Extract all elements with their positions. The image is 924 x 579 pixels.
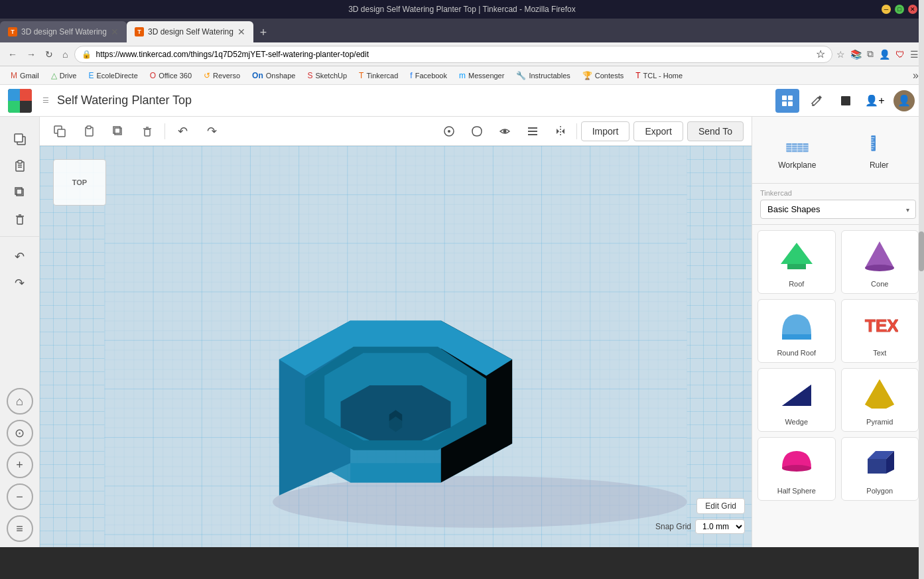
svg-point-38: [273, 476, 687, 528]
more-icon[interactable]: ☰: [910, 49, 919, 60]
maximize-button[interactable]: □: [895, 5, 904, 14]
url-input[interactable]: [96, 50, 812, 59]
3d-object-svg: [40, 146, 752, 547]
shape-half-sphere[interactable]: Half Sphere: [758, 437, 836, 501]
redo-button[interactable]: ↷: [8, 271, 32, 295]
bookmark-tcl[interactable]: T TCL - Home: [630, 70, 688, 82]
h-undo-button[interactable]: ↶: [170, 119, 194, 143]
account-icon[interactable]: 👤: [879, 49, 890, 60]
bookmark-facebook[interactable]: f Facebook: [405, 70, 452, 82]
export-button[interactable]: Export: [633, 121, 683, 141]
bookmark-onshape[interactable]: On Onshape: [247, 70, 300, 82]
layers-button[interactable]: ≡: [7, 515, 33, 542]
h-dup-button[interactable]: [106, 119, 130, 143]
bookmarks-more-button[interactable]: »: [913, 70, 919, 82]
bookmark-contests[interactable]: 🏆 Contests: [577, 70, 629, 82]
svg-marker-74: [865, 379, 894, 409]
h-copy-button[interactable]: [48, 119, 72, 143]
svg-marker-34: [562, 129, 564, 134]
undo-button[interactable]: ↶: [8, 245, 32, 269]
fit-view-button[interactable]: ⊙: [7, 420, 33, 446]
edit-button[interactable]: [805, 89, 828, 113]
close-button[interactable]: ✕: [908, 5, 917, 14]
h-redo-button[interactable]: ↷: [200, 119, 224, 143]
drive-icon: △: [51, 71, 57, 80]
shape-roof[interactable]: Roof: [758, 230, 836, 294]
app-menu-icon[interactable]: ☰: [42, 96, 49, 105]
new-tab-button[interactable]: +: [253, 23, 273, 42]
bookmark-instructables[interactable]: 🔧 Instructables: [511, 70, 575, 82]
h-paste-button[interactable]: [77, 119, 101, 143]
shape-polygon[interactable]: Polygon: [841, 437, 919, 501]
scrollbar-right[interactable]: [919, 0, 924, 579]
books-icon[interactable]: 📚: [850, 49, 862, 60]
home-view-button[interactable]: ⌂: [7, 388, 33, 415]
viewport[interactable]: TOP ❯ Edit Grid Snap Grid 1.0 mm 0.5 mm …: [40, 146, 752, 547]
star-icon[interactable]: ☆: [836, 49, 845, 60]
box-icon: [839, 94, 852, 107]
shape-text[interactable]: TEXT Text: [841, 299, 919, 363]
scrollbar-thumb[interactable]: [919, 231, 924, 271]
h-del-button[interactable]: [135, 119, 159, 143]
bookmark-ecoledirecte[interactable]: E EcoleDirecte: [83, 70, 143, 82]
send-to-button[interactable]: Send To: [687, 121, 744, 141]
zoom-in-button[interactable]: +: [7, 452, 33, 478]
shape-cone[interactable]: Cone: [841, 230, 919, 294]
box-button[interactable]: [834, 89, 858, 113]
ruler-button[interactable]: Ruler: [842, 125, 917, 175]
bookmark-reverso[interactable]: ↺ Reverso: [198, 70, 245, 82]
top-label: TOP: [72, 178, 87, 186]
bookmark-sketchup[interactable]: S SketchUp: [302, 70, 352, 82]
shape-pyramid[interactable]: Pyramid: [841, 368, 919, 432]
bookmark-icon[interactable]: ☆: [816, 48, 825, 60]
snap-grid-select[interactable]: 1.0 mm 0.5 mm 2.0 mm: [695, 519, 745, 534]
workplane-button[interactable]: Workplane: [760, 125, 834, 175]
window-title: 3D design Self Watering Planter Top | Ti…: [348, 5, 576, 14]
copy-button[interactable]: [8, 127, 32, 151]
shape-wedge[interactable]: Wedge: [758, 368, 836, 432]
back-button[interactable]: ←: [5, 46, 20, 62]
tab-1[interactable]: T 3D design Self Watering ✕: [0, 21, 127, 42]
tool-mirror[interactable]: [549, 119, 572, 143]
right-tools: Import Export Send To: [437, 119, 744, 143]
tab-1-close[interactable]: ✕: [111, 27, 119, 37]
tab-2[interactable]: T 3D design Self Watering ✕: [127, 21, 253, 42]
bookmark-drive[interactable]: △ Drive: [46, 70, 82, 82]
reload-button[interactable]: ↻: [42, 46, 56, 62]
eye-icon: [498, 125, 511, 138]
svg-point-68: [865, 265, 894, 271]
tab-2-close[interactable]: ✕: [237, 27, 245, 37]
paste-button[interactable]: [8, 154, 32, 178]
cone-label: Cone: [871, 280, 888, 288]
avatar[interactable]: 👤: [892, 89, 916, 113]
tool-marker[interactable]: [437, 119, 461, 143]
sketchup-icon: S: [307, 71, 312, 80]
bookmark-messenger[interactable]: m Messenger: [454, 70, 509, 82]
edit-grid-button[interactable]: Edit Grid: [696, 498, 745, 514]
bookmark-gmail[interactable]: M Gmail: [5, 70, 44, 82]
tab-bar: T 3D design Self Watering ✕ T 3D design …: [0, 19, 924, 42]
bookmark-tinkercad[interactable]: T Tinkercad: [354, 70, 403, 82]
shape-round-roof[interactable]: Round Roof: [758, 299, 836, 363]
lock-icon: 🔒: [82, 50, 92, 59]
wedge-shape-icon: [778, 375, 815, 413]
bookmark-tinkercad-label: Tinkercad: [366, 72, 398, 80]
split-icon[interactable]: ⧉: [867, 48, 874, 60]
extension-icon[interactable]: 🛡: [895, 49, 905, 60]
category-dropdown[interactable]: Basic Shapes Text & Numbers Community: [760, 200, 916, 219]
add-person-button[interactable]: 👤+: [863, 89, 887, 113]
grid-view-button[interactable]: [775, 89, 799, 113]
bookmark-office360[interactable]: O Office 360: [145, 70, 197, 82]
minimize-button[interactable]: ─: [882, 5, 891, 14]
zoom-out-button[interactable]: −: [7, 483, 33, 510]
tool-shape[interactable]: [465, 119, 489, 143]
forward-button[interactable]: →: [24, 46, 38, 62]
delete-button[interactable]: [8, 207, 32, 231]
duplicate-button[interactable]: [8, 180, 32, 204]
tool-align[interactable]: [521, 119, 545, 143]
tool-eye[interactable]: [493, 119, 517, 143]
home-button[interactable]: ⌂: [60, 46, 70, 62]
tab-1-title: 3D design Self Watering: [21, 27, 107, 36]
import-button[interactable]: Import: [581, 121, 630, 141]
polygon-icon-area: [860, 443, 899, 483]
